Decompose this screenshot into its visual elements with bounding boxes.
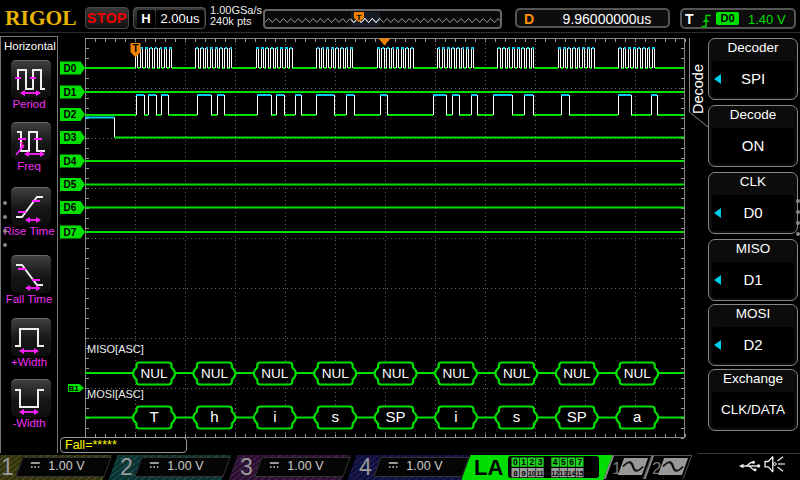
svg-text:12: 12 — [551, 470, 559, 477]
svg-text:T: T — [149, 408, 158, 425]
svg-text:0: 0 — [513, 457, 518, 467]
svg-text:D0: D0 — [64, 63, 77, 74]
svg-text:NUL: NUL — [382, 366, 409, 381]
svg-text:D4: D4 — [64, 156, 77, 167]
svg-text:i: i — [454, 408, 457, 425]
svg-text:D5: D5 — [64, 179, 77, 190]
svg-text:D3: D3 — [64, 132, 77, 143]
svg-text:NUL: NUL — [442, 366, 469, 381]
svg-text:s: s — [513, 408, 521, 425]
svg-text:SP: SP — [567, 408, 587, 425]
svg-text:D7: D7 — [64, 227, 77, 238]
svg-text:5: 5 — [561, 457, 566, 467]
svg-text:s: s — [331, 408, 339, 425]
svg-text:NUL: NUL — [563, 366, 590, 381]
svg-text:14: 14 — [568, 470, 576, 477]
svg-text:B1: B1 — [68, 384, 79, 393]
svg-text:NUL: NUL — [503, 366, 530, 381]
svg-text:MISO[ASC]: MISO[ASC] — [87, 343, 144, 355]
svg-text:NUL: NUL — [261, 366, 288, 381]
svg-text:15: 15 — [576, 470, 584, 477]
svg-text:SP: SP — [386, 408, 406, 425]
svg-text:1: 1 — [521, 457, 526, 467]
svg-text:6: 6 — [569, 457, 574, 467]
svg-text:3: 3 — [538, 457, 543, 467]
svg-text:4: 4 — [553, 457, 558, 467]
svg-text:8: 8 — [513, 469, 518, 478]
svg-text:NUL: NUL — [140, 366, 167, 381]
svg-text:9: 9 — [521, 469, 526, 478]
svg-text:D1: D1 — [64, 87, 77, 98]
svg-text:13: 13 — [560, 470, 568, 477]
svg-text:D6: D6 — [64, 202, 77, 213]
svg-text:a: a — [633, 408, 642, 425]
svg-text:7: 7 — [577, 457, 582, 467]
svg-text:NUL: NUL — [322, 366, 349, 381]
svg-text:D2: D2 — [64, 109, 77, 120]
svg-text:11: 11 — [536, 470, 543, 477]
svg-text:h: h — [210, 408, 218, 425]
svg-text:i: i — [273, 408, 276, 425]
svg-text:NUL: NUL — [201, 366, 228, 381]
svg-text:10: 10 — [528, 470, 536, 477]
svg-text:T: T — [132, 43, 138, 54]
svg-text:NUL: NUL — [624, 366, 651, 381]
svg-text:MOSI[ASC]: MOSI[ASC] — [87, 388, 144, 400]
svg-text:2: 2 — [529, 457, 534, 467]
